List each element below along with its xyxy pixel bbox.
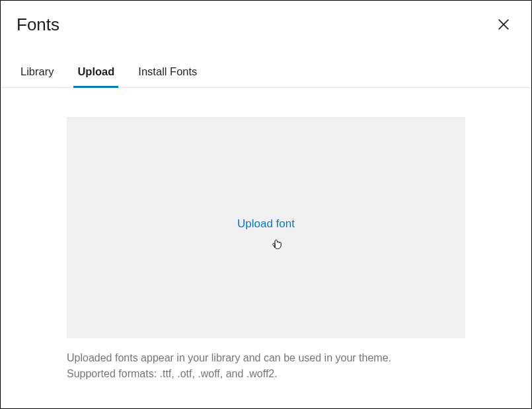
tab-upload[interactable]: Upload <box>73 57 118 87</box>
upload-font-link[interactable]: Upload font <box>237 217 295 231</box>
helper-text: Uploaded fonts appear in your library an… <box>67 350 465 382</box>
modal-header: Fonts <box>1 1 531 44</box>
close-button[interactable] <box>492 13 515 36</box>
tab-library[interactable]: Library <box>17 57 57 87</box>
helper-line-1: Uploaded fonts appear in your library an… <box>67 350 465 366</box>
close-icon <box>496 17 511 32</box>
pointer-cursor-icon <box>270 236 284 250</box>
content-area: Upload font Uploaded fonts appear in you… <box>1 88 531 395</box>
helper-line-2: Supported formats: .ttf, .otf, .woff, an… <box>67 366 465 382</box>
modal-title: Fonts <box>17 15 59 35</box>
upload-dropzone[interactable]: Upload font <box>67 117 465 338</box>
tabs: Library Upload Install Fonts <box>1 57 531 88</box>
tab-install-fonts[interactable]: Install Fonts <box>134 57 201 87</box>
